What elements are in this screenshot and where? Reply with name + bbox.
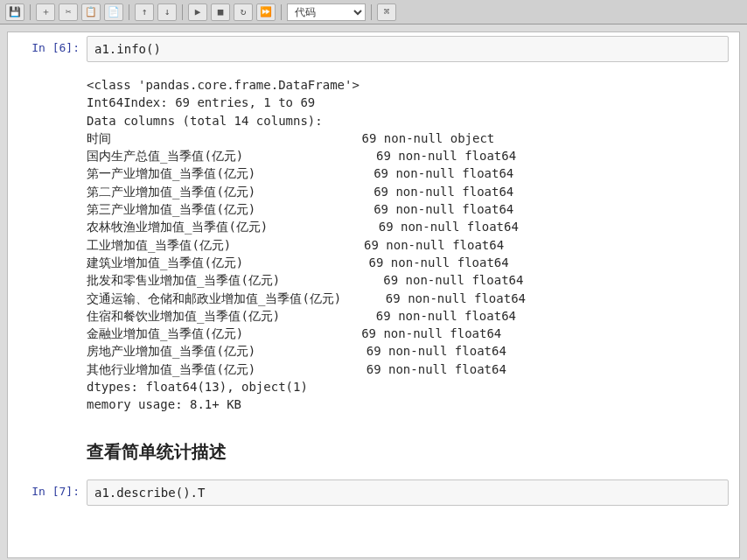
restart-icon[interactable]: ↻ <box>234 4 253 21</box>
markdown-cell[interactable]: 查看简单统计描述 <box>8 421 739 476</box>
output-prompt <box>8 69 87 74</box>
add-cell-icon[interactable]: ＋ <box>36 4 55 21</box>
fast-forward-icon[interactable]: ⏩ <box>256 4 276 21</box>
cut-icon[interactable]: ✂ <box>59 4 78 21</box>
cell-type-select[interactable]: 代码 <box>287 4 366 21</box>
code-cell-7[interactable]: In [7]: a1.describe().T <box>8 476 739 509</box>
code-cell-6[interactable]: In [6]: a1.info() <box>8 32 739 66</box>
output-text: <class 'pandas.core.frame.DataFrame'> In… <box>87 69 729 417</box>
paste-icon[interactable]: 📄 <box>104 4 123 21</box>
input-prompt: In [7]: <box>8 480 87 498</box>
input-prompt: In [6]: <box>8 36 87 54</box>
markdown-prompt <box>8 424 87 430</box>
copy-icon[interactable]: 📋 <box>81 4 101 21</box>
markdown-heading: 查看简单统计描述 <box>87 440 729 464</box>
command-palette-icon[interactable]: ⌘ <box>377 4 396 21</box>
toolbar: 💾 ＋ ✂ 📋 📄 ↑ ↓ ▶ ■ ↻ ⏩ 代码 ⌘ <box>0 0 747 24</box>
save-icon[interactable]: 💾 <box>5 4 24 21</box>
notebook-container: In [6]: a1.info() <class 'pandas.core.fr… <box>7 32 740 558</box>
run-icon[interactable]: ▶ <box>188 4 207 21</box>
stop-icon[interactable]: ■ <box>211 4 230 21</box>
move-up-icon[interactable]: ↑ <box>135 4 154 21</box>
code-editor[interactable]: a1.describe().T <box>87 480 729 506</box>
move-down-icon[interactable]: ↓ <box>157 4 177 21</box>
output-cell-6: <class 'pandas.core.frame.DataFrame'> In… <box>8 66 739 421</box>
code-editor[interactable]: a1.info() <box>87 36 729 62</box>
